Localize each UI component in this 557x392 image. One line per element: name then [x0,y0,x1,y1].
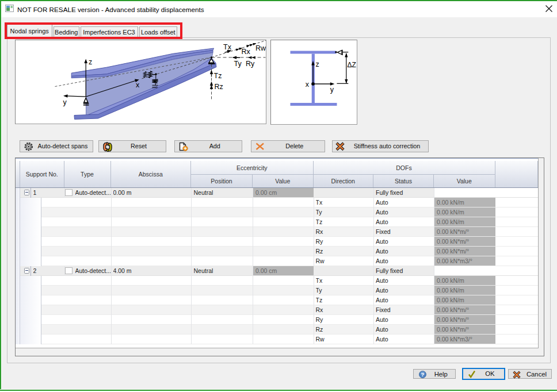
svg-text:Ty: Ty [234,59,242,67]
svg-text:Tz: Tz [213,71,222,79]
svg-text:z: z [89,57,92,66]
svg-text:Ry: Ry [246,59,255,67]
svg-text:y: y [330,86,334,94]
svg-text:Rx: Rx [241,47,250,55]
svg-text:?: ? [421,371,425,378]
svg-text:Rz: Rz [214,82,223,90]
svg-text:x: x [305,80,309,88]
svg-text:y: y [63,98,67,106]
svg-text:Rw: Rw [255,44,266,52]
svg-text:x: x [136,81,140,89]
svg-text:ΔZ: ΔZ [347,60,356,68]
svg-text:Tx: Tx [223,43,232,51]
svg-text:z: z [315,60,319,68]
